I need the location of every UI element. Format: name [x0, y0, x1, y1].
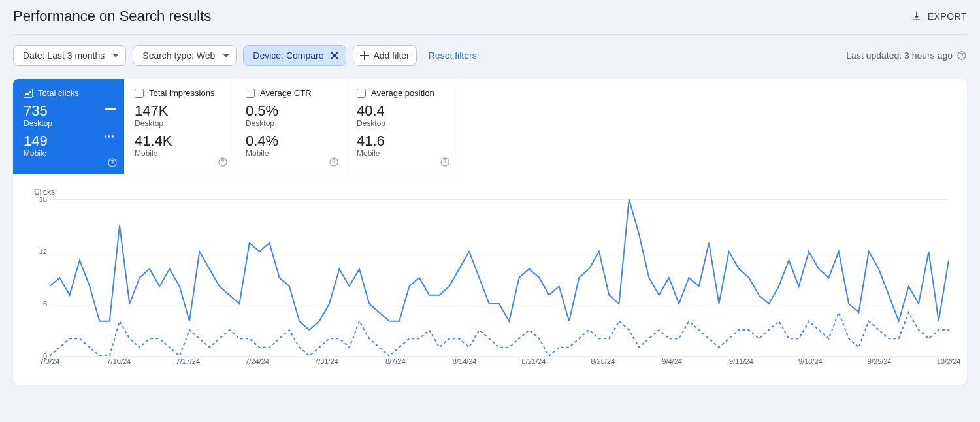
chart-plot	[50, 199, 949, 356]
metric-value-2: 0.4%	[246, 133, 335, 149]
header: Performance on Search results EXPORT	[13, 0, 967, 35]
x-tick: 8/14/24	[453, 357, 477, 365]
metric-checkbox[interactable]	[357, 89, 366, 98]
reset-filters-link[interactable]: Reset filters	[429, 50, 477, 61]
x-tick: 7/17/24	[176, 357, 200, 365]
x-tick: 7/31/24	[314, 357, 338, 365]
y-axis: 061218	[31, 199, 47, 356]
filter-search-type[interactable]: Search type: Web	[133, 45, 237, 66]
metric-tabs: Total clicks735Desktop149MobileTotal imp…	[13, 79, 967, 174]
x-tick: 9/4/24	[662, 357, 682, 365]
close-icon[interactable]	[330, 51, 339, 60]
x-tick: 8/28/24	[591, 357, 615, 365]
metric-value-2: 41.6	[357, 133, 446, 149]
metric-sublabel-2: Mobile	[246, 149, 335, 158]
filter-search-type-label: Search type: Web	[142, 50, 215, 61]
metric-sublabel-2: Mobile	[135, 149, 224, 158]
x-tick: 8/7/24	[385, 357, 406, 365]
chart-svg	[50, 199, 949, 356]
y-tick: 12	[39, 248, 47, 255]
metric-value-1: 40.4	[357, 103, 446, 119]
caret-down-icon	[223, 54, 229, 57]
checkbox-checked-icon[interactable]	[24, 89, 33, 98]
help-icon[interactable]	[107, 157, 118, 168]
add-filter-button[interactable]: Add filter	[353, 45, 416, 66]
help-icon[interactable]	[956, 50, 967, 61]
x-axis: 7/3/247/10/247/17/247/24/247/31/248/7/24…	[50, 357, 949, 369]
metric-tab-total-clicks[interactable]: Total clicks735Desktop149Mobile	[13, 79, 124, 174]
metric-value-1: 0.5%	[246, 103, 335, 119]
metric-label: Total impressions	[149, 88, 214, 98]
performance-card: Total clicks735Desktop149MobileTotal imp…	[13, 79, 967, 385]
download-icon	[911, 10, 923, 22]
page-title: Performance on Search results	[13, 8, 211, 25]
metric-tab-average-ctr[interactable]: Average CTR0.5%Desktop0.4%Mobile	[235, 79, 346, 174]
last-updated: Last updated: 3 hours ago	[846, 50, 967, 61]
filter-device[interactable]: Device: Compare	[243, 45, 346, 66]
filter-date[interactable]: Date: Last 3 months	[13, 45, 126, 66]
chart-area: 061218 7/3/247/10/247/17/247/24/247/31/2…	[50, 199, 949, 369]
export-label: EXPORT	[928, 11, 967, 22]
export-button[interactable]: EXPORT	[911, 10, 967, 22]
x-tick: 7/3/24	[40, 357, 60, 365]
y-tick: 18	[39, 195, 47, 203]
add-filter-label: Add filter	[373, 50, 409, 61]
filters-row: Date: Last 3 months Search type: Web Dev…	[13, 35, 967, 79]
metric-value-2: 149	[24, 133, 114, 149]
metric-sublabel-1: Desktop	[246, 119, 335, 128]
metric-value-2: 41.4K	[135, 133, 224, 149]
metric-sublabel-1: Desktop	[24, 119, 114, 128]
metric-label: Average CTR	[260, 88, 312, 98]
metric-sublabel-1: Desktop	[135, 119, 224, 128]
filter-date-label: Date: Last 3 months	[23, 50, 105, 61]
metric-tab-total-impressions[interactable]: Total impressions147KDesktop41.4KMobile	[124, 79, 235, 174]
help-icon[interactable]	[440, 157, 450, 167]
help-icon[interactable]	[329, 157, 339, 167]
metric-checkbox[interactable]	[135, 89, 144, 98]
chart-wrap: Clicks 061218 7/3/247/10/247/17/247/24/2…	[13, 174, 967, 385]
metric-label: Average position	[371, 88, 434, 98]
metric-sublabel-1: Desktop	[357, 119, 446, 128]
metric-sublabel-2: Mobile	[24, 149, 114, 158]
metric-value-1: 147K	[135, 103, 224, 119]
plus-icon	[360, 51, 369, 60]
dashed-line-icon	[105, 135, 116, 138]
metric-sublabel-2: Mobile	[357, 149, 446, 158]
chart-y-label: Clicks	[34, 187, 949, 197]
x-tick: 9/18/24	[798, 357, 823, 365]
x-tick: 10/2/24	[937, 357, 961, 365]
series-desktop	[50, 199, 949, 330]
metric-label: Total clicks	[38, 88, 79, 98]
solid-line-icon	[105, 108, 116, 110]
x-tick: 7/10/24	[106, 357, 131, 365]
caret-down-icon	[112, 54, 119, 57]
series-mobile	[50, 313, 949, 357]
last-updated-text: Last updated: 3 hours ago	[846, 50, 953, 61]
x-tick: 9/25/24	[868, 357, 892, 365]
x-tick: 9/11/24	[729, 357, 753, 365]
gridline	[50, 356, 949, 357]
metric-checkbox[interactable]	[246, 89, 255, 98]
x-tick: 8/21/24	[522, 357, 546, 365]
y-tick: 6	[43, 300, 47, 308]
help-icon[interactable]	[218, 157, 228, 167]
filters-left: Date: Last 3 months Search type: Web Dev…	[13, 45, 477, 66]
x-tick: 7/24/24	[245, 357, 269, 365]
metric-tab-average-position[interactable]: Average position40.4Desktop41.6Mobile	[346, 79, 457, 174]
filter-device-label: Device: Compare	[253, 50, 323, 61]
metric-value-1: 735	[24, 103, 114, 119]
